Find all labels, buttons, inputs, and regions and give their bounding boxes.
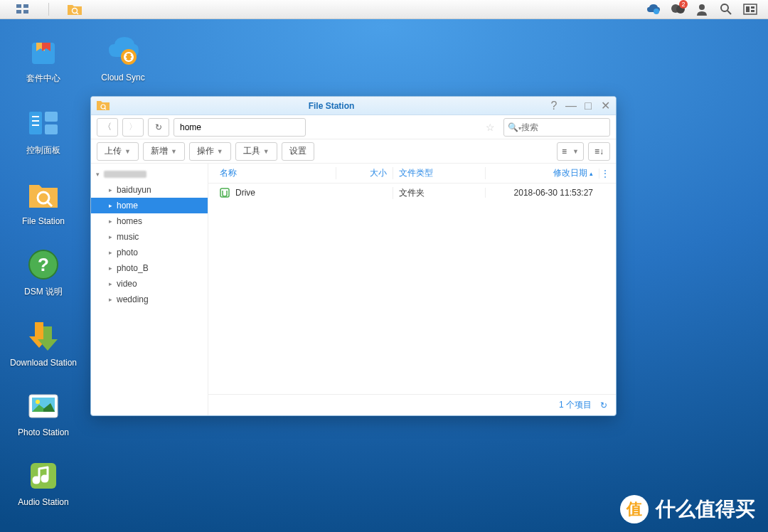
svg-rect-18 bbox=[45, 112, 58, 122]
window-minimize-icon[interactable]: — bbox=[566, 101, 576, 111]
sort-button[interactable]: ≡↓ bbox=[588, 142, 610, 161]
nav-forward-button[interactable]: 〉 bbox=[122, 118, 144, 137]
file-station-window-icon bbox=[97, 100, 110, 112]
svg-point-10 bbox=[721, 4, 728, 11]
desktop-icon-label: Cloud Sync bbox=[101, 73, 144, 83]
svg-rect-17 bbox=[29, 112, 42, 134]
svg-point-30 bbox=[36, 400, 40, 404]
tools-button[interactable]: 工具▼ bbox=[235, 142, 277, 161]
navigation-bar: 〈 〉 ↻ ☆ 🔍▾ bbox=[91, 115, 616, 139]
desktop-icon-download-station[interactable]: Download Station bbox=[11, 319, 75, 368]
desktop-icon-label: 控制面板 bbox=[26, 144, 60, 156]
search-icon[interactable] bbox=[718, 1, 734, 17]
svg-rect-13 bbox=[746, 6, 750, 12]
footer-refresh-icon[interactable]: ↻ bbox=[600, 400, 607, 410]
svg-rect-20 bbox=[32, 116, 39, 117]
desktop-icon-photo-station[interactable]: Photo Station bbox=[11, 389, 75, 437]
svg-point-33 bbox=[42, 476, 48, 482]
table-header: 名称 大小 文件类型 修改日期 ▴ ⋮ bbox=[208, 164, 616, 183]
tree-item-home[interactable]: ▸home bbox=[91, 198, 208, 213]
notifications-icon[interactable]: 2 bbox=[670, 1, 686, 17]
watermark: 值 什么值得买 bbox=[620, 495, 755, 523]
column-header-date[interactable]: 修改日期 ▴ bbox=[485, 167, 599, 179]
tree-item-homes[interactable]: ▸homes bbox=[91, 213, 208, 229]
folder-tree-sidebar: ▾ ▸baiduyun▸home▸homes▸music▸photo▸photo… bbox=[91, 164, 208, 415]
taskbar: 2 bbox=[0, 0, 768, 19]
svg-point-9 bbox=[699, 4, 705, 10]
desktop-icon-label: File Station bbox=[22, 216, 65, 226]
window-titlebar[interactable]: File Station ? — □ ✕ bbox=[91, 97, 616, 115]
path-input[interactable] bbox=[174, 118, 306, 137]
taskbar-separator bbox=[48, 3, 49, 16]
user-icon[interactable] bbox=[694, 1, 710, 17]
item-count: 1 个项目 bbox=[559, 399, 592, 411]
tree-item-wedding[interactable]: ▸wedding bbox=[91, 292, 208, 307]
desktop-icon-dsm-help[interactable]: ? DSM 说明 bbox=[11, 248, 75, 298]
main-menu-button[interactable] bbox=[1, 1, 44, 18]
tree-item-photo[interactable]: ▸photo bbox=[91, 245, 208, 260]
svg-rect-21 bbox=[32, 120, 39, 122]
tree-item-photo_B[interactable]: ▸photo_B bbox=[91, 260, 208, 276]
column-header-size[interactable]: 大小 bbox=[336, 167, 393, 179]
svg-rect-14 bbox=[751, 6, 754, 9]
tree-root[interactable]: ▾ bbox=[91, 166, 208, 182]
desktop-icon-label: Audio Station bbox=[18, 497, 68, 507]
toolbar: 上传▼ 新增▼ 操作▼ 工具▼ 设置 ≡▼ ≡↓ bbox=[91, 139, 616, 164]
desktop-icon-label: Download Station bbox=[10, 358, 77, 368]
svg-text:?: ? bbox=[38, 254, 49, 275]
cloud-status-icon[interactable] bbox=[646, 1, 661, 17]
svg-rect-2 bbox=[16, 10, 21, 14]
notification-badge: 2 bbox=[679, 0, 688, 9]
action-button[interactable]: 操作▼ bbox=[189, 142, 231, 161]
svg-rect-37 bbox=[220, 188, 229, 197]
favorite-star-icon[interactable]: ☆ bbox=[486, 122, 495, 133]
window-title: File Station bbox=[114, 101, 549, 111]
column-header-type[interactable]: 文件类型 bbox=[393, 167, 485, 179]
desktop-icon-label: Photo Station bbox=[18, 427, 69, 437]
desktop-icons-column-1: 套件中心 控制面板 File Station ? DSM 说明 Download… bbox=[11, 34, 75, 507]
svg-point-6 bbox=[654, 9, 659, 14]
window-maximize-icon[interactable]: □ bbox=[583, 101, 593, 111]
tree-item-music[interactable]: ▸music bbox=[91, 229, 208, 245]
widgets-icon[interactable] bbox=[742, 1, 758, 17]
desktop-icon-control-panel[interactable]: 控制面板 bbox=[11, 106, 75, 156]
svg-point-34 bbox=[121, 49, 137, 65]
create-button[interactable]: 新增▼ bbox=[143, 142, 185, 161]
column-menu-icon[interactable]: ⋮ bbox=[599, 169, 610, 179]
desktop-icons-column-2: Cloud Sync bbox=[91, 34, 155, 83]
settings-button[interactable]: 设置 bbox=[282, 142, 314, 161]
table-row[interactable]: Drive文件夹2018-06-30 11:53:27 bbox=[208, 183, 616, 202]
upload-button[interactable]: 上传▼ bbox=[97, 142, 139, 161]
svg-point-32 bbox=[33, 477, 39, 483]
watermark-badge-icon: 值 bbox=[620, 495, 649, 523]
window-help-icon[interactable]: ? bbox=[549, 101, 559, 111]
desktop-icon-package-center[interactable]: 套件中心 bbox=[11, 34, 75, 85]
file-list-panel: 名称 大小 文件类型 修改日期 ▴ ⋮ Drive文件夹2018-06-30 1… bbox=[208, 164, 616, 415]
search-field-icon: 🔍▾ bbox=[508, 122, 521, 132]
svg-line-11 bbox=[727, 11, 731, 14]
desktop-icon-file-station[interactable]: File Station bbox=[11, 178, 75, 226]
svg-rect-15 bbox=[751, 10, 754, 12]
svg-rect-12 bbox=[744, 4, 757, 14]
view-mode-button[interactable]: ≡▼ bbox=[557, 142, 584, 161]
desktop-icon-label: 套件中心 bbox=[26, 73, 60, 85]
svg-rect-3 bbox=[23, 10, 28, 14]
desktop-icon-cloud-sync[interactable]: Cloud Sync bbox=[91, 34, 155, 83]
svg-rect-0 bbox=[16, 4, 21, 8]
file-station-window: File Station ? — □ ✕ 〈 〉 ↻ ☆ 🔍▾ 上传▼ 新增▼ … bbox=[90, 96, 617, 416]
tree-item-video[interactable]: ▸video bbox=[91, 276, 208, 292]
nav-back-button[interactable]: 〈 bbox=[97, 118, 118, 137]
desktop-icon-audio-station[interactable]: Audio Station bbox=[11, 459, 75, 507]
column-header-name[interactable]: 名称 bbox=[214, 167, 336, 179]
svg-rect-1 bbox=[23, 4, 28, 8]
desktop-icon-label: DSM 说明 bbox=[24, 286, 63, 298]
svg-rect-22 bbox=[32, 124, 39, 126]
watermark-text: 什么值得买 bbox=[656, 496, 755, 523]
nav-refresh-button[interactable]: ↻ bbox=[148, 118, 169, 137]
tree-item-baiduyun[interactable]: ▸baiduyun bbox=[91, 182, 208, 198]
window-close-icon[interactable]: ✕ bbox=[600, 101, 610, 111]
svg-rect-19 bbox=[45, 124, 58, 134]
status-footer: 1 个项目 ↻ bbox=[208, 394, 616, 415]
taskbar-filestation-button[interactable] bbox=[53, 1, 96, 18]
